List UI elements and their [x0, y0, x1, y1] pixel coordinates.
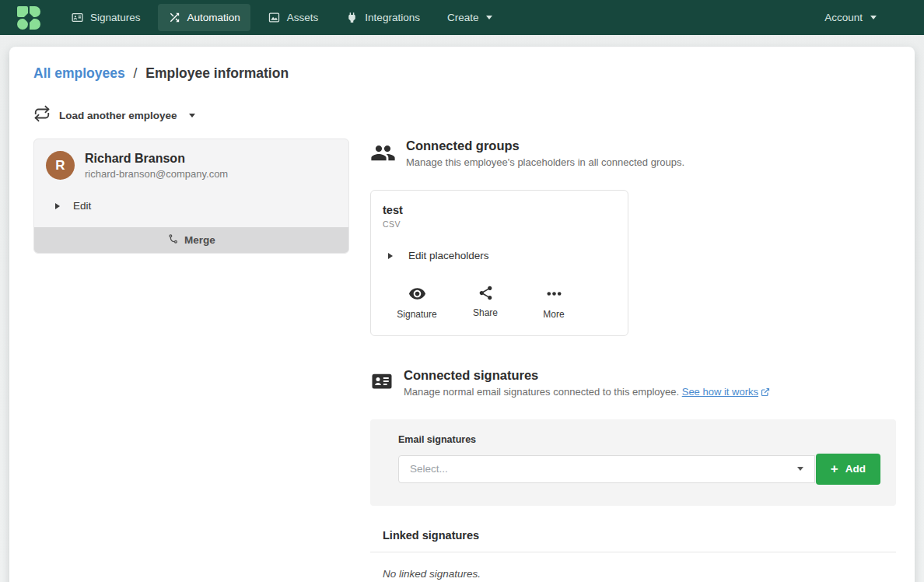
- merge-button[interactable]: Merge: [34, 227, 348, 253]
- nav-item-automation[interactable]: Automation: [158, 4, 250, 31]
- nav-item-label: Signatures: [90, 12, 141, 23]
- repeat-icon: [33, 105, 51, 125]
- signatures-card-icon: [71, 11, 84, 24]
- share-icon: [478, 285, 494, 304]
- action-label: More: [543, 309, 564, 320]
- signature-select[interactable]: Select...: [398, 455, 815, 483]
- group-type-badge: csv: [383, 219, 616, 229]
- email-signatures-panel: Email signatures Select... + Add: [370, 419, 896, 506]
- nav-item-signatures[interactable]: Signatures: [61, 4, 151, 31]
- external-link-icon: [761, 387, 770, 399]
- plus-icon: +: [831, 462, 838, 475]
- page-title: Employee information: [145, 65, 289, 81]
- edit-placeholders-label: Edit placeholders: [408, 250, 489, 261]
- git-merge-icon: [167, 233, 179, 247]
- group-people-icon: [370, 140, 396, 169]
- employee-email: richard-branson@company.com: [85, 168, 228, 180]
- edit-employee-toggle[interactable]: Edit: [55, 200, 337, 212]
- nav-item-create[interactable]: Create: [437, 5, 503, 30]
- contact-card-icon: [370, 370, 394, 396]
- nav-item-label: Integrations: [365, 12, 420, 23]
- signature-preview-button[interactable]: Signature: [383, 285, 451, 320]
- caret-right-icon: [55, 203, 60, 209]
- action-label: Signature: [397, 309, 436, 320]
- email-signatures-label: Email signatures: [398, 434, 880, 445]
- connected-groups-header: Connected groups Manage this employee's …: [370, 138, 896, 169]
- merge-label: Merge: [184, 234, 215, 246]
- edit-placeholders-toggle[interactable]: Edit placeholders: [388, 250, 616, 261]
- nav-item-label: Create: [447, 12, 479, 23]
- see-how-it-works-link[interactable]: See how it works: [682, 386, 758, 398]
- employee-card: R Richard Branson richard-branson@compan…: [33, 138, 349, 254]
- add-label: Add: [845, 463, 866, 475]
- chevron-down-icon: [797, 467, 803, 471]
- edit-label: Edit: [73, 200, 91, 212]
- load-another-employee-dropdown[interactable]: Load another employee: [33, 105, 902, 125]
- account-menu[interactable]: Account: [814, 5, 887, 30]
- chevron-down-icon: [486, 16, 492, 19]
- more-button[interactable]: More: [520, 285, 588, 320]
- chevron-down-icon: [870, 16, 877, 19]
- add-signature-button[interactable]: + Add: [816, 454, 880, 485]
- main-panel: All employees / Employee information Loa…: [9, 47, 915, 582]
- avatar: R: [46, 151, 75, 180]
- ellipsis-icon: [545, 285, 563, 306]
- linked-signatures-title: Linked signatures: [383, 529, 896, 542]
- connected-signatures-header: Connected signatures Manage normal email…: [370, 368, 896, 399]
- nav-item-assets[interactable]: Assets: [257, 4, 329, 31]
- breadcrumb-separator: /: [134, 65, 138, 81]
- breadcrumb: All employees / Employee information: [33, 65, 902, 82]
- group-card: test csv Edit placeholders Signature: [370, 190, 628, 336]
- connected-signatures-subtitle: Manage normal email signatures connected…: [404, 386, 679, 398]
- image-icon: [268, 11, 281, 24]
- action-label: Share: [473, 307, 498, 318]
- group-name: test: [383, 204, 616, 216]
- load-another-employee-label: Load another employee: [59, 110, 177, 121]
- breadcrumb-link-all-employees[interactable]: All employees: [33, 65, 125, 81]
- nav-item-integrations[interactable]: Integrations: [335, 4, 430, 31]
- nav-item-label: Automation: [187, 12, 240, 23]
- nav-item-label: Assets: [287, 12, 319, 23]
- account-label: Account: [824, 12, 863, 23]
- divider: [370, 552, 896, 552]
- eye-icon: [408, 285, 426, 306]
- employee-name: Richard Branson: [85, 151, 228, 166]
- bybrand-logo[interactable]: [17, 6, 40, 30]
- share-button[interactable]: Share: [451, 285, 520, 320]
- connected-groups-subtitle: Manage this employee's placeholders in a…: [406, 156, 684, 168]
- chevron-down-icon: [189, 114, 195, 117]
- connected-groups-title: Connected groups: [406, 138, 684, 153]
- shuffle-icon: [168, 11, 181, 24]
- select-placeholder: Select...: [410, 463, 796, 475]
- caret-right-icon: [388, 253, 393, 259]
- plug-icon: [345, 11, 359, 24]
- connected-signatures-title: Connected signatures: [404, 368, 770, 383]
- linked-signatures-empty-message: No linked signatures.: [383, 568, 896, 580]
- top-navbar: Signatures Automation Assets Integration…: [0, 0, 924, 35]
